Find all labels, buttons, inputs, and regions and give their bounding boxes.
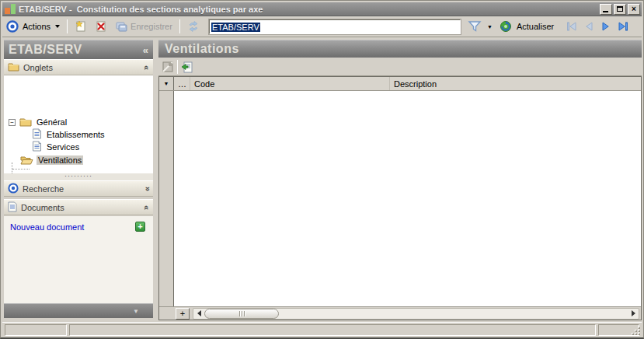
tree-item-ventilations-label: Ventilations [37, 156, 83, 165]
filter-caret-icon[interactable]: ▼ [487, 24, 493, 30]
save-button[interactable]: Enregistrer [111, 18, 176, 35]
section-recherche-label: Recherche [23, 184, 64, 194]
close-icon: × [632, 5, 636, 13]
column-header-description[interactable]: Description [390, 77, 641, 90]
close-button[interactable]: × [628, 4, 640, 15]
grid-header-row: ▼ … Code Description [159, 77, 641, 91]
minimize-button[interactable] [600, 4, 612, 15]
toolbar-separator [179, 19, 180, 33]
scrollbar-thumb[interactable] [204, 309, 279, 319]
document-icon [32, 141, 42, 153]
window-controls: × [600, 4, 642, 15]
resize-grip[interactable] [632, 327, 641, 336]
sidebar-splitter[interactable]: ········· [4, 173, 153, 180]
tree-item-ventilations[interactable]: Ventilations [20, 154, 83, 166]
section-recherche-header[interactable]: Recherche « [4, 180, 153, 197]
horizontal-scrollbar[interactable] [193, 308, 639, 320]
scroll-right-button[interactable] [628, 309, 639, 319]
footer-caret-icon[interactable]: ▼ [133, 308, 139, 315]
grid-selector-cell[interactable]: ▼ [159, 77, 174, 90]
scroll-left-icon [197, 310, 201, 316]
record-field[interactable]: ETAB/SERV [209, 19, 461, 34]
chevron-down-icon[interactable]: « [142, 186, 151, 190]
grid-body[interactable] [159, 91, 641, 306]
tree-expander-icon[interactable]: − [9, 119, 16, 126]
nav-first-button[interactable] [566, 20, 578, 33]
toolbar-right-group: ▼ Actualiser [464, 16, 642, 37]
nav-next-button[interactable] [600, 20, 612, 33]
toolbar-separator [177, 60, 178, 74]
status-panel-left [5, 324, 67, 336]
refresh-label: Actualiser [517, 22, 554, 31]
nav-last-button[interactable] [617, 20, 629, 33]
toolbar-separator [67, 19, 68, 33]
app-icon [5, 4, 16, 14]
column-header-ellipsis[interactable]: … [174, 77, 190, 90]
save-icon [115, 20, 127, 33]
new-record-button[interactable] [71, 18, 91, 35]
chevron-up-icon[interactable]: « [142, 65, 151, 69]
bullseye-icon [8, 183, 19, 195]
sync-button[interactable] [183, 18, 204, 35]
tree-item-etablissements[interactable]: Etablissements [32, 128, 106, 141]
main-panel: Ventilations ▼ … Code Description [158, 40, 642, 320]
ventilations-grid: ▼ … Code Description + [158, 76, 642, 320]
refresh-icon [500, 20, 512, 33]
delete-record-button[interactable] [91, 18, 111, 35]
sidebar-header: ETAB/SERV « [4, 40, 153, 59]
add-document-button[interactable]: + [135, 222, 145, 232]
scroll-right-icon [632, 310, 635, 316]
onglets-tree: − Général Etablissements Services [4, 75, 153, 173]
chevron-up-icon[interactable]: « [142, 204, 151, 209]
grid-toolbar [158, 58, 642, 76]
tree-item-etablissements-label: Etablissements [45, 130, 106, 139]
main-panel-header: Ventilations [158, 40, 642, 58]
actions-button[interactable]: Actions [19, 19, 64, 33]
section-onglets-header[interactable]: Onglets « [4, 59, 153, 75]
main-toolbar: Actions Enregistrer ETAB/SER [2, 16, 642, 37]
maximize-button[interactable] [614, 4, 626, 15]
section-recherche: Recherche « [4, 180, 153, 197]
row-indicator-column [159, 91, 174, 306]
new-document-link[interactable]: Nouveau document [10, 222, 84, 232]
grid-bottom-bar: + [159, 306, 641, 320]
section-onglets-label: Onglets [23, 63, 53, 72]
tree-item-services[interactable]: Services [32, 141, 81, 153]
document-icon [8, 201, 17, 214]
column-header-code[interactable]: Code [190, 77, 390, 90]
scroll-left-button[interactable] [193, 309, 204, 319]
actions-caret-icon [55, 25, 60, 28]
sync-icon [187, 20, 200, 33]
nav-previous-button[interactable] [583, 20, 595, 33]
thumb-grip [242, 311, 242, 316]
record-navigation [566, 20, 629, 33]
open-folder-icon [20, 155, 33, 166]
save-label: Enregistrer [131, 22, 172, 31]
title-bar: ETAB/SERV - Constitution des sections an… [2, 2, 642, 16]
window-title: ETAB/SERV - Constitution des sections an… [19, 5, 263, 14]
status-panel-center [69, 324, 596, 336]
record-field-value: ETAB/SERV [211, 23, 260, 32]
section-documents-label: Documents [21, 203, 64, 212]
add-document-icon[interactable] [181, 61, 193, 73]
sidebar-collapse-icon[interactable]: « [143, 44, 148, 56]
main-panel-title: Ventilations [165, 42, 239, 56]
tree-connector [12, 169, 30, 170]
preview-icon[interactable] [162, 61, 174, 73]
tree-item-general[interactable]: − Général [9, 116, 68, 128]
document-icon [32, 128, 42, 141]
section-documents-header[interactable]: Documents « [4, 199, 153, 215]
delete-record-icon [95, 20, 107, 33]
thumb-grip [244, 311, 245, 316]
actions-label: Actions [23, 22, 50, 31]
new-record-icon [75, 20, 87, 33]
thumb-grip [239, 311, 240, 316]
sidebar: ETAB/SERV « Onglets « − Général [4, 40, 153, 318]
filter-button[interactable] [464, 18, 484, 35]
refresh-button[interactable]: Actualiser [496, 18, 559, 35]
folder-icon [8, 61, 19, 73]
status-bar [2, 322, 642, 337]
minimize-icon [603, 11, 608, 12]
filter-funnel-icon [468, 20, 480, 33]
add-row-button[interactable]: + [176, 308, 190, 320]
